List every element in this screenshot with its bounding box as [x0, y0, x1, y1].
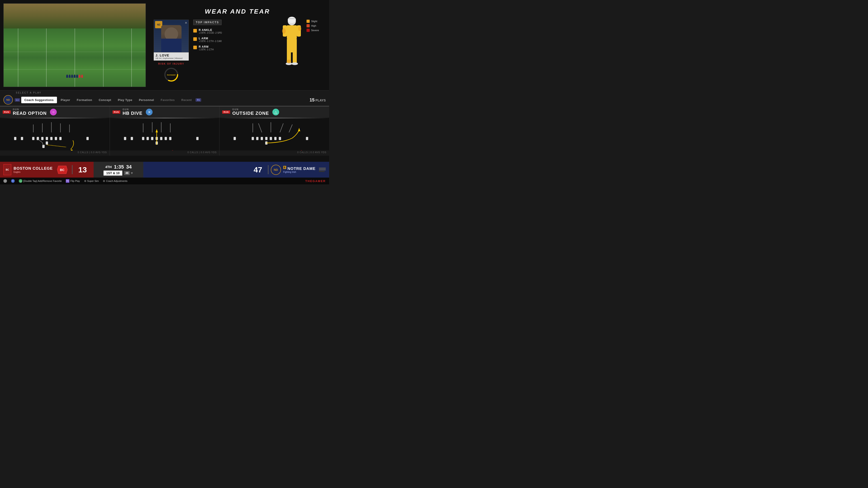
wear-tear-title: WEAR AND TEAR [154, 8, 321, 15]
play-icon-3: △ [272, 109, 279, 116]
control-super-sim: ⊕ Super Sim [84, 180, 99, 183]
svg-rect-44 [196, 137, 198, 140]
svg-rect-40 [169, 137, 171, 140]
svg-rect-4 [288, 18, 295, 19]
main-container: WEAR AND TEAR ND ✕ [0, 0, 329, 184]
tab-recent[interactable]: Recent [179, 97, 194, 103]
select-play-label: SELECT A PLAY [16, 92, 41, 94]
svg-rect-39 [164, 137, 167, 140]
svg-rect-53 [261, 137, 263, 140]
svg-rect-38 [160, 137, 162, 140]
player-details: HB #4 | Sophomore | Missouri [156, 57, 187, 59]
wear-tear-panel: WEAR AND TEAR ND ✕ [149, 3, 326, 90]
svg-rect-10 [293, 51, 297, 64]
yard-marker: 46 [124, 171, 130, 175]
play-stats-1: 0 CALLS | 0.0 AVG YDS [0, 151, 110, 154]
legend-severe: Severe [311, 29, 319, 32]
control-flip: R2 Flip Play [66, 179, 80, 183]
tab-play-type[interactable]: Play Type [115, 97, 135, 103]
tab-favorites[interactable]: Favorites [158, 97, 178, 103]
svg-rect-8 [287, 39, 297, 53]
play-card-3[interactable]: RUN GUN OUTSIDE ZONE △ [219, 106, 329, 156]
coach-adjustments-label: Coach Adjustments [106, 180, 127, 182]
svg-point-3 [288, 17, 296, 23]
tab-concept[interactable]: Concept [96, 97, 114, 103]
play-formation-1: GUN [13, 108, 47, 111]
risk-level: Increased [164, 74, 178, 76]
game-info: 4TH 1:35 34 1ST & 10 46 ▼ [94, 162, 143, 177]
play-formation-3: GUN [232, 108, 269, 111]
play-card-2[interactable]: RUN GUN HB DIVE ✕ [110, 106, 220, 156]
svg-rect-23 [46, 141, 48, 144]
svg-point-15 [287, 60, 291, 63]
svg-rect-21 [55, 137, 57, 140]
svg-rect-5 [287, 25, 297, 39]
svg-rect-55 [270, 137, 272, 140]
svg-marker-61 [298, 128, 301, 131]
down-distance: 1ST & 10 [103, 170, 122, 175]
svg-marker-45 [156, 129, 158, 132]
tab-coach-suggestions[interactable]: Coach Suggestions [21, 97, 57, 103]
svg-point-50 [172, 150, 174, 151]
plays-count: 15 PLAYS [309, 97, 326, 103]
svg-point-14 [298, 26, 301, 31]
impact-area-1: R ANKLE [199, 29, 222, 32]
home-team-name: 8 NOTRE DAME [283, 166, 315, 171]
tab-formation[interactable]: Formation [74, 97, 95, 103]
player-name: J. LOVE [156, 54, 187, 57]
play-icon-2: ✕ [146, 109, 153, 116]
svg-point-13 [282, 28, 286, 34]
r1-badge: R1 [195, 98, 201, 102]
tab-personnel[interactable]: Personnel [136, 97, 157, 103]
play-formation-2: GUN [123, 108, 143, 111]
l1-badge: L1 [15, 98, 20, 102]
play-name-2: HB DIVE [123, 111, 143, 116]
away-team: BC BOSTON COLLEGE Eagles BC 13 [0, 162, 94, 177]
svg-rect-25 [14, 137, 16, 140]
svg-rect-60 [306, 137, 308, 140]
control-triangle: △ [Double Tap] Add/Remove Favorite [19, 179, 62, 183]
quarter: 4TH [105, 165, 112, 169]
impact-stats-1: -2 BTK -3 COD -2 SPD [199, 32, 222, 34]
play-cards-container: RUN GUN READ OPTION ○ [0, 106, 329, 156]
svg-rect-51 [252, 137, 254, 140]
game-footage [3, 3, 146, 87]
run-badge-3: RUN [222, 110, 230, 113]
play-clock: 34 [126, 164, 131, 170]
home-team: 47 ND 8 NOTRE DAME Fighting Irish [143, 162, 329, 177]
home-score: 47 [250, 165, 266, 174]
away-nickname: Eagles [13, 171, 53, 173]
control-coach-adjustments: ⊕ Coach Adjustments [103, 180, 127, 183]
play-card-1[interactable]: RUN GUN READ OPTION ○ [0, 106, 110, 156]
svg-line-63 [258, 123, 262, 132]
thegamer-logo: THEGAMER [305, 180, 326, 183]
play-stats-2: 0 CALLS | 0.0 AVG YDS [110, 151, 219, 154]
home-rank: 8 [283, 166, 286, 169]
impact-area-3: R ARM [199, 45, 214, 48]
svg-point-67 [301, 150, 303, 151]
player-card: ND ✕ J. LOVE HB #4 | Sophomore | [154, 20, 189, 84]
away-team-name: BOSTON COLLEGE [13, 166, 53, 171]
legend-high: High [311, 24, 316, 27]
svg-rect-43 [131, 137, 133, 140]
svg-rect-16 [32, 137, 34, 140]
away-score: 13 [75, 165, 90, 174]
svg-line-65 [280, 123, 283, 132]
svg-rect-22 [59, 137, 61, 140]
svg-rect-56 [274, 137, 277, 140]
run-badge-2: RUN [113, 110, 121, 113]
bottom-controls: ○ ✕ △ [Double Tap] Add/Remove Favorite R… [0, 177, 329, 184]
run-badge-1: RUN [3, 110, 11, 113]
svg-rect-36 [151, 137, 153, 140]
impact-area-2: L ARM [199, 37, 222, 40]
risk-label: RISK OF INJURY [154, 62, 189, 65]
tab-player[interactable]: Player [58, 97, 73, 103]
play-name-1: READ OPTION [13, 111, 47, 116]
svg-rect-54 [266, 137, 268, 140]
svg-rect-27 [86, 137, 89, 140]
svg-rect-34 [142, 137, 144, 140]
top-impacts-title: TOP IMPACTS [193, 20, 221, 25]
svg-rect-42 [124, 137, 126, 140]
svg-rect-18 [41, 137, 43, 140]
legend-slight: Slight [311, 20, 317, 23]
